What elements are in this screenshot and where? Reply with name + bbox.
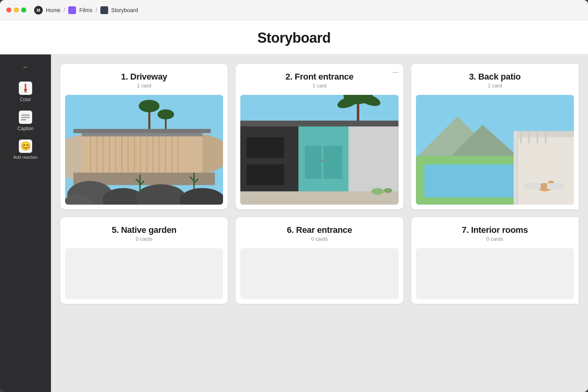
content-area: 1. Driveway 1 card [51, 54, 588, 392]
storyboard-link[interactable]: Storyboard [111, 7, 138, 13]
card-interior-rooms-image-empty [416, 248, 574, 299]
svg-rect-27 [178, 136, 179, 174]
titlebar: M Home / Films / Storyboard [0, 0, 588, 20]
svg-rect-68 [547, 183, 563, 189]
svg-point-9 [158, 109, 174, 119]
card-front-entrance-header: — 2. Front entrance 1 card [236, 64, 403, 92]
card-back-patio-image [416, 95, 574, 205]
svg-rect-57 [515, 133, 574, 205]
svg-marker-1 [24, 89, 27, 91]
svg-rect-63 [545, 131, 546, 143]
svg-point-7 [139, 100, 160, 113]
back-button[interactable]: ← [18, 61, 33, 73]
svg-rect-61 [528, 131, 530, 143]
card-interior-rooms: 7. Interior rooms 0 cards [411, 217, 579, 304]
svg-rect-44 [247, 164, 284, 185]
color-label: Color [20, 97, 31, 102]
card-front-entrance-menu[interactable]: — [392, 69, 399, 76]
card-rear-entrance-header: 6. Rear entrance 0 cards [236, 217, 403, 245]
card-rear-entrance: 6. Rear entrance 0 cards [236, 217, 403, 304]
card-native-garden-subtitle: 0 cards [67, 236, 221, 242]
svg-rect-18 [121, 136, 122, 174]
caption-label: Caption [17, 126, 33, 131]
caption-line-1 [21, 114, 30, 116]
svg-rect-42 [240, 121, 398, 127]
card-interior-rooms-subtitle: 0 cards [417, 236, 572, 242]
storyboard-icon [100, 6, 108, 14]
card-rear-entrance-title: 6. Rear entrance [242, 225, 397, 235]
svg-rect-14 [96, 136, 98, 174]
maximize-button[interactable] [21, 7, 26, 13]
caption-icon-box [19, 111, 32, 124]
page-title: Storyboard [0, 30, 588, 46]
reaction-label: Add reaction [13, 155, 38, 160]
breadcrumb-sep-2: / [96, 7, 97, 13]
svg-rect-19 [127, 136, 129, 174]
reaction-icon: 😊 [18, 139, 33, 153]
content-wrapper: 1. Driveway 1 card [51, 54, 588, 392]
sidebar-item-reaction[interactable]: 😊 Add reaction [8, 136, 43, 163]
color-icon-box [19, 82, 32, 95]
card-rear-entrance-subtitle: 0 cards [242, 236, 397, 242]
svg-rect-56 [424, 164, 516, 198]
films-link[interactable]: Films [79, 7, 92, 13]
svg-rect-21 [140, 136, 141, 174]
card-back-patio-subtitle: 1 card [417, 83, 572, 89]
svg-rect-25 [165, 136, 166, 174]
svg-rect-26 [171, 136, 172, 174]
card-interior-rooms-header: 7. Interior rooms 0 cards [411, 217, 579, 245]
svg-rect-2 [24, 91, 27, 93]
svg-rect-13 [90, 136, 91, 174]
card-native-garden: 5. Native garden 0 cards [60, 217, 228, 304]
svg-rect-15 [103, 136, 104, 174]
sidebar-item-caption[interactable]: Caption [8, 107, 43, 134]
card-driveway-header: 1. Driveway 1 card [60, 64, 228, 92]
svg-rect-17 [115, 136, 116, 174]
svg-rect-46 [324, 145, 343, 179]
card-front-entrance: — 2. Front entrance 1 card [236, 64, 403, 209]
caption-line-3 [21, 119, 26, 120]
color-icon [18, 81, 33, 95]
card-driveway: 1. Driveway 1 card [60, 64, 228, 209]
svg-point-49 [372, 188, 384, 195]
card-back-patio-header: 3. Back patio 1 card [411, 64, 579, 92]
sidebar-item-color[interactable]: Color [8, 78, 43, 105]
card-front-entrance-image [240, 95, 398, 205]
page-header: Storyboard [0, 20, 588, 54]
svg-rect-12 [73, 129, 211, 133]
card-native-garden-title: 5. Native garden [67, 225, 221, 235]
close-button[interactable] [6, 7, 11, 13]
card-back-patio-title: 3. Back patio [417, 72, 572, 82]
svg-rect-24 [159, 136, 160, 174]
svg-point-50 [384, 188, 392, 193]
svg-rect-16 [109, 136, 110, 174]
app-window: M Home / Films / Storyboard Storyboard ← [0, 0, 588, 392]
svg-rect-67 [524, 183, 541, 189]
breadcrumb: M Home / Films / Storyboard [34, 6, 138, 15]
reaction-icon-box: 😊 [19, 140, 32, 153]
svg-rect-64 [514, 131, 517, 205]
caption-line-2 [21, 117, 30, 118]
caption-icon [18, 110, 33, 124]
breadcrumb-sep-1: / [64, 7, 65, 13]
minimize-button[interactable] [14, 7, 19, 13]
films-icon [68, 6, 76, 14]
home-icon: M [34, 6, 43, 15]
traffic-lights [6, 7, 26, 13]
svg-rect-62 [536, 131, 538, 143]
card-front-entrance-subtitle: 1 card [242, 83, 397, 89]
card-driveway-title: 1. Driveway [67, 72, 221, 82]
card-interior-rooms-title: 7. Interior rooms [417, 225, 572, 235]
card-driveway-image [65, 95, 223, 205]
svg-rect-20 [134, 136, 135, 174]
card-driveway-subtitle: 1 card [67, 83, 221, 89]
sidebar: ← Color [0, 54, 51, 392]
svg-rect-43 [247, 137, 284, 158]
home-link[interactable]: Home [46, 7, 60, 13]
card-rear-entrance-image-empty [240, 248, 398, 299]
svg-rect-10 [82, 133, 202, 179]
svg-rect-47 [321, 160, 324, 162]
card-front-entrance-title: 2. Front entrance [242, 72, 397, 82]
svg-rect-23 [152, 136, 154, 174]
card-native-garden-image-empty [65, 248, 223, 299]
